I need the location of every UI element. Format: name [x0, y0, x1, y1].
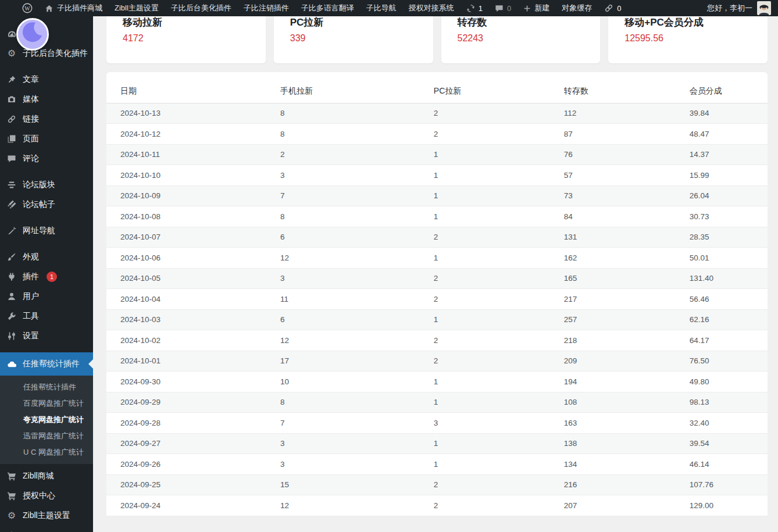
sidebar-item-13[interactable]: 工具 — [0, 306, 93, 326]
saves-cell: 216 — [564, 474, 690, 495]
sidebar-item-3[interactable]: 媒体 — [0, 90, 93, 109]
admin-bar-comments[interactable]: 0 — [495, 4, 511, 13]
moon-icon — [18, 20, 47, 49]
sidebar-item-4[interactable]: 链接 — [0, 109, 93, 129]
mobile-new-cell: 10 — [280, 372, 434, 392]
sidebar-item-9[interactable]: 网址导航 — [0, 221, 93, 241]
share-cell: 76.50 — [690, 351, 768, 372]
admin-bar-item-beautify[interactable]: 子比后台美化插件 — [171, 3, 231, 13]
saves-cell: 87 — [564, 124, 690, 145]
saves-cell: 165 — [564, 268, 690, 289]
admin-bar-site-link[interactable]: 子比插件商城 — [45, 3, 102, 13]
sidebar-submenu: 任推帮统计插件百度网盘推广统计夸克网盘推广统计迅雷网盘推广统计U C 网盘推广统… — [0, 376, 93, 464]
submenu-item-1[interactable]: 百度网盘推广统计 — [0, 395, 93, 412]
sidebar-item-18[interactable]: ⚙Zibll主题设置 — [0, 506, 93, 526]
sidebar-item-label: 设置 — [23, 331, 39, 341]
share-cell: 30.73 — [690, 206, 768, 227]
table-row: 2024-10-11217614.37 — [106, 144, 768, 165]
stat-card-title: 移动拉新 — [123, 16, 266, 29]
date-cell: 2024-10-12 — [106, 124, 280, 145]
sidebar-item-partial[interactable]: ⚙ — [0, 526, 93, 532]
date-cell: 2024-10-09 — [106, 185, 280, 206]
sidebar-item-8[interactable]: 论坛帖子 — [0, 195, 93, 215]
sidebar-item-6[interactable]: 评论 — [0, 149, 93, 169]
column-header-4: 会员分成 — [690, 80, 768, 103]
admin-bar-updates[interactable]: 1 — [466, 4, 483, 13]
cloud-icon — [6, 358, 17, 370]
table-row: 2024-10-0612116250.01 — [106, 248, 768, 269]
admin-bar-item-nav[interactable]: 子比导航 — [366, 3, 397, 13]
admin-bar-item-translate[interactable]: 子比多语言翻译 — [301, 3, 354, 13]
mobile-new-cell: 11 — [280, 289, 434, 310]
table-row: 2024-09-273113839.54 — [106, 433, 768, 454]
date-cell: 2024-09-27 — [106, 433, 280, 454]
sidebar-item-16[interactable]: Zibll商城 — [0, 466, 93, 486]
admin-bar-object-cache[interactable]: 对象缓存 — [562, 3, 592, 13]
saves-cell: 73 — [564, 185, 690, 206]
cart-icon — [6, 470, 17, 482]
sidebar-item-12[interactable]: 用户 — [0, 287, 93, 306]
table-row: 2024-10-036125762.16 — [106, 309, 768, 330]
date-cell: 2024-10-04 — [106, 289, 280, 310]
table-row: 2024-10-09717326.04 — [106, 185, 768, 206]
pc-new-cell: 1 — [434, 372, 564, 392]
admin-bar-user-menu[interactable]: 您好，李初一 — [707, 1, 771, 15]
sidebar-item-10[interactable]: 外观 — [0, 247, 93, 267]
user-greeting: 您好，李初一 — [707, 3, 752, 13]
admin-bar-new[interactable]: 新建 — [523, 3, 549, 13]
submenu-item-2[interactable]: 夸克网盘推广统计 — [0, 412, 93, 428]
stat-card-value: 339 — [290, 33, 433, 44]
column-header-1: 手机拉新 — [280, 80, 434, 103]
pc-new-cell: 1 — [434, 165, 564, 186]
wordpress-logo-icon[interactable]: W — [22, 3, 33, 13]
share-cell: 56.46 — [690, 289, 768, 310]
submenu-item-3[interactable]: 迅雷网盘推广统计 — [0, 428, 93, 444]
admin-bar-item-zibll-settings[interactable]: Zibll主题设置 — [115, 3, 159, 13]
stats-table-card: 日期手机拉新PC拉新转存数会员分成 2024-10-138211239.8420… — [106, 72, 768, 516]
pc-new-cell: 1 — [434, 185, 564, 206]
sidebar-item-5[interactable]: 页面 — [0, 129, 93, 149]
dark-mode-toggle-button[interactable] — [16, 18, 49, 51]
gear-icon: ⚙ — [6, 510, 17, 522]
user-icon — [6, 291, 17, 302]
pc-new-cell: 3 — [434, 413, 564, 434]
stat-card-value: 12595.56 — [624, 33, 768, 44]
sidebar-item-1[interactable]: ⚙子比后台美化插件 — [0, 44, 93, 63]
mobile-new-cell: 7 — [280, 185, 434, 206]
sidebar-item-15[interactable]: 任推帮统计插件 — [0, 352, 93, 376]
update-icon — [466, 4, 475, 13]
sidebar-item-14[interactable]: 设置 — [0, 326, 93, 346]
admin-bar-links[interactable]: 0 — [604, 3, 621, 13]
home-icon — [45, 4, 53, 13]
table-row: 2024-09-287316332.40 — [106, 413, 768, 434]
pc-new-cell: 1 — [434, 206, 564, 227]
saves-cell: 131 — [564, 227, 690, 248]
sidebar-item-11[interactable]: 插件1 — [0, 267, 93, 287]
admin-bar-item-license[interactable]: 授权对接系统 — [409, 3, 454, 13]
nav-icon — [6, 225, 17, 237]
gear-icon: ⚙ — [6, 530, 17, 532]
admin-bar-item-signout-plugin[interactable]: 子比注销插件 — [244, 3, 289, 13]
sidebar-item-label: 页面 — [23, 134, 39, 144]
sidebar-item-17[interactable]: 授权中心 — [0, 486, 93, 506]
sidebar-item-2[interactable]: 文章 — [0, 70, 93, 90]
table-row: 2024-09-298110898.13 — [106, 392, 768, 413]
admin-bar-item-label: 子比插件商城 — [57, 3, 102, 13]
share-cell: 39.54 — [690, 433, 768, 454]
mobile-new-cell: 8 — [280, 392, 434, 413]
update-count-badge: 1 — [47, 272, 57, 282]
date-cell: 2024-09-24 — [106, 495, 280, 516]
date-cell: 2024-09-26 — [106, 454, 280, 475]
pages-icon — [6, 133, 17, 145]
table-row: 2024-10-0212221864.17 — [106, 330, 768, 351]
submenu-item-0[interactable]: 任推帮统计插件 — [0, 379, 93, 395]
table-header-row: 日期手机拉新PC拉新转存数会员分成 — [106, 80, 768, 103]
current-menu-arrow — [88, 359, 93, 369]
sidebar-item-label: 网址导航 — [23, 226, 55, 236]
date-cell: 2024-10-02 — [106, 330, 280, 351]
share-cell: 48.47 — [690, 124, 768, 145]
submenu-item-4[interactable]: U C 网盘推广统计 — [0, 444, 93, 460]
sidebar-item-7[interactable]: 论坛版块 — [0, 175, 93, 195]
saves-cell: 217 — [564, 289, 690, 310]
mobile-new-cell: 3 — [280, 433, 434, 454]
